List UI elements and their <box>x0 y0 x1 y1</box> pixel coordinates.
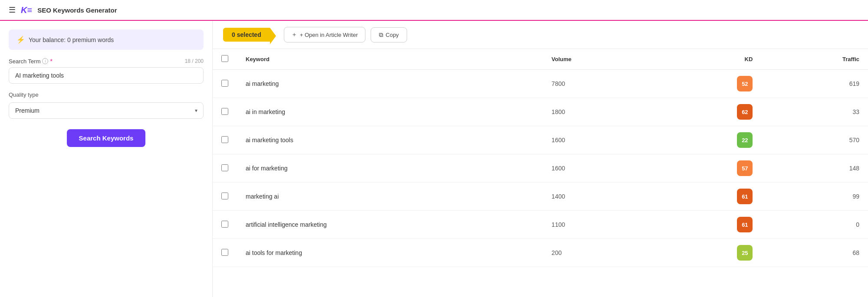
row-keyword: marketing ai <box>237 183 543 211</box>
keywords-table-container: Keyword Volume KD Traffic ai marketing 7… <box>213 49 868 297</box>
top-nav: ☰ K≡ SEO Keywords Generator <box>0 0 868 21</box>
row-keyword: ai in marketing <box>237 98 543 126</box>
row-checkbox-cell <box>213 126 237 154</box>
table-row: ai marketing tools 1600 22 570 <box>213 126 868 154</box>
row-traffic: 0 <box>761 211 868 239</box>
search-term-field: Search Term i * 18 / 200 <box>9 58 204 84</box>
logo-icon: K≡ <box>21 5 32 15</box>
copy-icon: ⧉ <box>379 31 383 39</box>
search-keywords-button[interactable]: Search Keywords <box>67 129 146 147</box>
plus-icon: ＋ <box>291 31 297 39</box>
row-checkbox-cell <box>213 98 237 126</box>
search-term-input[interactable] <box>9 67 204 84</box>
table-row: ai in marketing 1800 62 33 <box>213 98 868 126</box>
balance-label: Your balance: 0 premium words <box>29 36 114 43</box>
kd-badge: 61 <box>737 217 753 232</box>
row-traffic: 148 <box>761 154 868 183</box>
row-keyword: ai tools for marketing <box>237 239 543 267</box>
kd-badge: 22 <box>737 132 753 148</box>
row-volume: 1800 <box>543 98 659 126</box>
row-checkbox-cell <box>213 70 237 98</box>
kd-badge: 52 <box>737 76 753 91</box>
left-panel: ⚡ Your balance: 0 premium words Search T… <box>0 21 213 297</box>
row-checkbox-cell <box>213 239 237 267</box>
row-volume: 1100 <box>543 211 659 239</box>
row-traffic: 99 <box>761 183 868 211</box>
table-body: ai marketing 7800 52 619 ai in marketing… <box>213 70 868 267</box>
lightning-icon: ⚡ <box>16 36 25 44</box>
selected-badge: 0 selected <box>223 28 270 42</box>
row-volume: 1600 <box>543 126 659 154</box>
row-keyword: ai marketing <box>237 70 543 98</box>
search-term-label-row: Search Term i * 18 / 200 <box>9 58 204 65</box>
kd-badge: 62 <box>737 104 753 120</box>
table-row: marketing ai 1400 61 99 <box>213 183 868 211</box>
row-volume: 1400 <box>543 183 659 211</box>
table-row: artificial intelligence marketing 1100 6… <box>213 211 868 239</box>
table-row: ai tools for marketing 200 25 68 <box>213 239 868 267</box>
row-kd: 22 <box>659 126 761 154</box>
th-kd: KD <box>659 49 761 70</box>
row-kd: 61 <box>659 211 761 239</box>
row-volume: 7800 <box>543 70 659 98</box>
row-checkbox[interactable] <box>221 164 228 171</box>
row-checkbox-cell <box>213 211 237 239</box>
row-kd: 52 <box>659 70 761 98</box>
row-traffic: 68 <box>761 239 868 267</box>
hamburger-icon[interactable]: ☰ <box>9 5 16 15</box>
keywords-table: Keyword Volume KD Traffic ai marketing 7… <box>213 49 868 267</box>
table-row: ai for marketing 1600 57 148 <box>213 154 868 183</box>
quality-select-wrapper: Premium Standard ▾ <box>9 102 204 119</box>
balance-box: ⚡ Your balance: 0 premium words <box>9 29 204 50</box>
row-volume: 200 <box>543 239 659 267</box>
toolbar: 0 selected ＋ + Open in Article Writer ⧉ … <box>213 21 868 49</box>
row-kd: 57 <box>659 154 761 183</box>
row-checkbox[interactable] <box>221 108 228 115</box>
th-keyword: Keyword <box>237 49 543 70</box>
select-all-checkbox[interactable] <box>221 55 228 62</box>
row-kd: 25 <box>659 239 761 267</box>
row-keyword: ai for marketing <box>237 154 543 183</box>
row-checkbox[interactable] <box>221 136 228 143</box>
row-checkbox[interactable] <box>221 193 228 199</box>
table-row: ai marketing 7800 52 619 <box>213 70 868 98</box>
row-checkbox[interactable] <box>221 249 228 256</box>
table-header-row: Keyword Volume KD Traffic <box>213 49 868 70</box>
kd-badge: 61 <box>737 189 753 204</box>
row-traffic: 570 <box>761 126 868 154</box>
row-keyword: ai marketing tools <box>237 126 543 154</box>
search-term-label: Search Term i * <box>9 58 53 65</box>
copy-button[interactable]: ⧉ Copy <box>371 27 407 42</box>
quality-type-field: Quality type Premium Standard ▾ <box>9 91 204 119</box>
kd-badge: 25 <box>737 245 753 261</box>
app-title: SEO Keywords Generator <box>37 7 117 14</box>
open-article-writer-button[interactable]: ＋ + Open in Article Writer <box>284 27 365 42</box>
th-traffic: Traffic <box>761 49 868 70</box>
quality-select[interactable]: Premium Standard <box>9 102 204 119</box>
row-checkbox[interactable] <box>221 80 228 87</box>
th-checkbox <box>213 49 237 70</box>
required-dot: * <box>50 58 52 65</box>
char-count: 18 / 200 <box>185 58 204 64</box>
row-checkbox-cell <box>213 154 237 183</box>
right-panel: 0 selected ＋ + Open in Article Writer ⧉ … <box>213 21 868 297</box>
row-traffic: 33 <box>761 98 868 126</box>
main-layout: ⚡ Your balance: 0 premium words Search T… <box>0 21 868 297</box>
row-kd: 62 <box>659 98 761 126</box>
quality-label: Quality type <box>9 91 204 98</box>
th-volume: Volume <box>543 49 659 70</box>
info-icon[interactable]: i <box>42 58 48 64</box>
row-checkbox[interactable] <box>221 221 228 228</box>
kd-badge: 57 <box>737 160 753 176</box>
row-kd: 61 <box>659 183 761 211</box>
row-traffic: 619 <box>761 70 868 98</box>
row-keyword: artificial intelligence marketing <box>237 211 543 239</box>
row-volume: 1600 <box>543 154 659 183</box>
row-checkbox-cell <box>213 183 237 211</box>
